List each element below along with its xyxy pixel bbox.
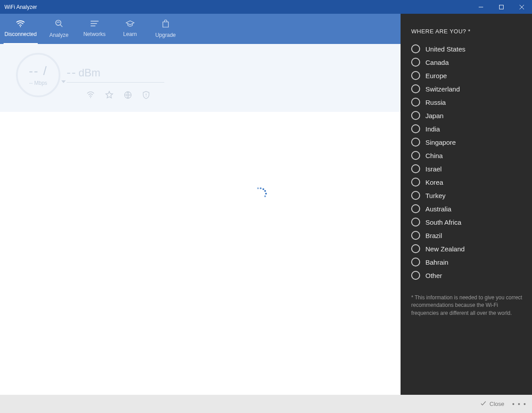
wifi-icon — [16, 20, 25, 28]
shield-icon[interactable] — [142, 91, 150, 101]
svg-rect-1 — [500, 5, 504, 9]
location-option[interactable]: India — [411, 124, 524, 133]
status-mini-icons — [86, 91, 164, 101]
signal-strength-icon[interactable] — [86, 91, 95, 101]
location-option-label: Korea — [425, 179, 443, 186]
location-option-label: China — [425, 152, 443, 159]
location-side-panel: WHERE ARE YOU? * United StatesCanadaEuro… — [401, 14, 532, 395]
radio-circle-icon — [411, 191, 420, 200]
maximize-button[interactable] — [491, 0, 512, 14]
location-option[interactable]: Switzerland — [411, 84, 524, 93]
radio-circle-icon — [411, 71, 420, 80]
location-option[interactable]: China — [411, 151, 524, 160]
location-option[interactable]: Other — [411, 271, 524, 280]
radio-circle-icon — [411, 44, 420, 53]
side-panel-heading: WHERE ARE YOU? * — [411, 28, 524, 35]
location-option-label: South Africa — [425, 218, 461, 226]
loading-spinner-icon — [251, 187, 267, 203]
location-option[interactable]: Brazil — [411, 231, 524, 240]
radio-circle-icon — [411, 111, 420, 120]
gauge-sub-value: -- Mbps — [29, 80, 48, 86]
checkmark-icon — [480, 400, 487, 408]
graduation-cap-icon — [125, 20, 135, 28]
titlebar: WiFi Analyzer — [0, 0, 532, 14]
side-panel-note: * This information is needed to give you… — [411, 294, 524, 317]
close-window-button[interactable] — [512, 0, 532, 14]
location-option-label: India — [425, 125, 440, 133]
location-option-label: Singapore — [425, 139, 456, 146]
radio-circle-icon — [411, 204, 420, 213]
bottom-command-bar: Close • • • — [0, 395, 532, 413]
tab-upgrade[interactable]: Upgrade — [148, 14, 183, 44]
location-option-label: Other — [425, 272, 442, 279]
location-option[interactable]: Canada — [411, 58, 524, 67]
location-option[interactable]: Turkey — [411, 191, 524, 200]
close-button[interactable]: Close — [480, 400, 504, 408]
location-option-label: United States — [425, 45, 465, 53]
more-button[interactable]: • • • — [512, 401, 527, 408]
globe-icon[interactable] — [123, 91, 132, 101]
location-option-label: Brazil — [425, 232, 442, 239]
radio-circle-icon — [411, 124, 420, 133]
location-option-label: Israel — [425, 165, 442, 173]
radio-circle-icon — [411, 98, 420, 107]
radio-circle-icon — [411, 138, 420, 147]
location-option[interactable]: Russia — [411, 98, 524, 107]
svg-point-10 — [90, 97, 91, 98]
location-option-label: Switzerland — [425, 85, 460, 93]
location-option[interactable]: Israel — [411, 164, 524, 173]
signal-value: -- — [67, 65, 77, 79]
tab-label: Learn — [123, 31, 137, 37]
location-option[interactable]: United States — [411, 44, 524, 53]
signal-dropdown[interactable] — [67, 82, 164, 83]
location-option[interactable]: Europe — [411, 71, 524, 80]
radio-circle-icon — [411, 178, 420, 187]
tab-label: Analyze — [49, 32, 68, 38]
signal-block: -- dBm — [67, 65, 164, 101]
radio-circle-icon — [411, 151, 420, 160]
radio-circle-icon — [411, 244, 420, 253]
location-radio-list: United StatesCanadaEuropeSwitzerlandRuss… — [411, 44, 524, 280]
svg-line-6 — [60, 24, 62, 27]
close-button-label: Close — [489, 401, 504, 407]
location-option[interactable]: South Africa — [411, 218, 524, 226]
svg-point-13 — [146, 96, 146, 97]
location-option-label: Japan — [425, 112, 444, 119]
location-option-label: Europe — [425, 72, 447, 79]
location-option-label: Australia — [425, 205, 451, 213]
radio-circle-icon — [411, 218, 420, 226]
location-option[interactable]: Singapore — [411, 138, 524, 147]
tab-analyze[interactable]: Analyze — [41, 14, 77, 44]
tab-learn[interactable]: Learn — [112, 14, 148, 44]
window-title: WiFi Analyzer — [0, 4, 471, 10]
location-option[interactable]: Bahrain — [411, 258, 524, 266]
tab-label: Upgrade — [155, 32, 176, 38]
location-option-label: Canada — [425, 59, 449, 66]
minimize-button[interactable] — [471, 0, 491, 14]
window-controls — [471, 0, 532, 14]
signal-unit: dBm — [79, 67, 100, 79]
tab-label: Disconnected — [4, 31, 37, 37]
location-option[interactable]: Japan — [411, 111, 524, 120]
radio-circle-icon — [411, 231, 420, 240]
star-icon[interactable] — [105, 91, 114, 101]
location-option[interactable]: New Zealand — [411, 244, 524, 253]
svg-point-4 — [20, 26, 21, 27]
shopping-bag-icon — [162, 19, 170, 29]
svg-point-5 — [56, 20, 61, 25]
tab-networks[interactable]: Networks — [77, 14, 112, 44]
radio-circle-icon — [411, 271, 420, 280]
speed-gauge: -- / -- Mbps — [16, 53, 60, 97]
location-option[interactable]: Korea — [411, 178, 524, 187]
radio-circle-icon — [411, 84, 420, 93]
location-option-label: Bahrain — [425, 258, 449, 266]
location-option[interactable]: Australia — [411, 204, 524, 213]
tab-label: Networks — [83, 31, 106, 37]
location-option-label: Turkey — [425, 192, 445, 199]
gauge-main-value: -- / — [29, 64, 48, 78]
radio-circle-icon — [411, 164, 420, 173]
list-icon — [90, 20, 99, 28]
location-option-label: Russia — [425, 99, 446, 106]
location-option-label: New Zealand — [425, 245, 465, 253]
tab-disconnected[interactable]: Disconnected — [0, 14, 41, 44]
